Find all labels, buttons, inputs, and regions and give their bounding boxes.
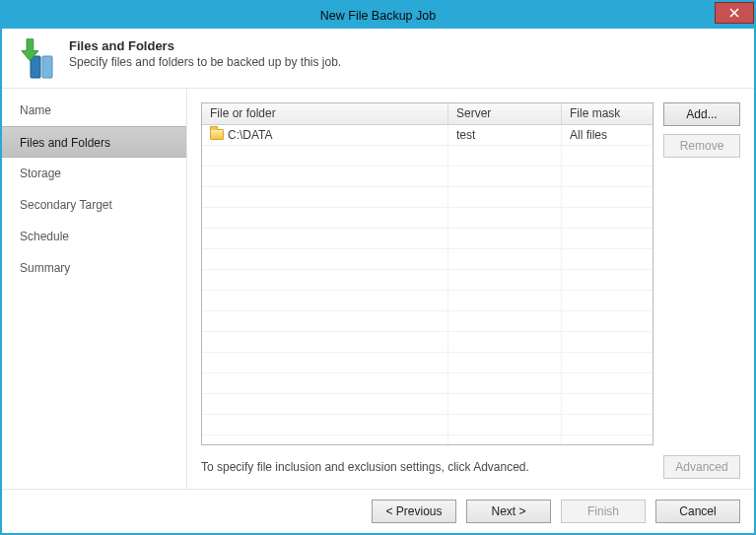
content-pane: File or folder Server File mask C:\DATA …	[187, 89, 754, 489]
close-icon	[729, 8, 739, 18]
empty-row	[202, 208, 653, 229]
empty-row	[202, 187, 653, 208]
col-header-file-or-folder[interactable]: File or folder	[202, 103, 448, 123]
cell-file-or-folder-text: C:\DATA	[228, 128, 273, 142]
previous-button[interactable]: < Previous	[372, 500, 456, 523]
dialog-window: New File Backup Job Files and Folders Sp…	[0, 0, 756, 535]
cancel-button[interactable]: Cancel	[655, 500, 740, 523]
col-header-server[interactable]: Server	[448, 103, 562, 123]
empty-row	[202, 167, 653, 187]
empty-row	[202, 146, 653, 167]
next-button[interactable]: Next >	[466, 500, 551, 523]
empty-row	[202, 435, 653, 445]
table-row[interactable]: C:\DATA test All files	[202, 125, 653, 146]
empty-row	[202, 229, 653, 249]
banner-subtitle: Specify files and folders to be backed u…	[69, 55, 341, 69]
nav-step-name[interactable]: Name	[2, 95, 186, 126]
empty-row	[202, 270, 653, 291]
advanced-button[interactable]: Advanced	[663, 455, 740, 479]
header-banner: Files and Folders Specify files and fold…	[2, 29, 754, 89]
grid-body: C:\DATA test All files	[202, 125, 653, 445]
nav-step-files-and-folders[interactable]: Files and Folders	[2, 126, 186, 158]
nav-step-summary[interactable]: Summary	[2, 252, 186, 284]
nav-step-storage[interactable]: Storage	[2, 158, 186, 189]
hint-text: To specify file inclusion and exclusion …	[201, 460, 529, 474]
grid-header: File or folder Server File mask	[202, 103, 653, 124]
add-button[interactable]: Add...	[663, 102, 740, 126]
close-button[interactable]	[715, 2, 754, 24]
step-big-icon	[16, 38, 57, 80]
cell-file-mask: All files	[562, 125, 653, 145]
empty-row	[202, 394, 653, 415]
remove-button[interactable]: Remove	[663, 134, 740, 158]
col-header-file-mask[interactable]: File mask	[562, 103, 653, 123]
wizard-steps-nav: Name Files and Folders Storage Secondary…	[2, 89, 187, 489]
nav-step-secondary-target[interactable]: Secondary Target	[2, 189, 186, 221]
window-title: New File Backup Job	[320, 9, 436, 23]
empty-row	[202, 415, 653, 435]
empty-row	[202, 249, 653, 270]
cell-file-or-folder: C:\DATA	[202, 125, 448, 145]
nav-step-schedule[interactable]: Schedule	[2, 221, 186, 252]
folder-icon	[210, 129, 224, 140]
svg-rect-1	[42, 56, 52, 78]
files-grid[interactable]: File or folder Server File mask C:\DATA …	[201, 102, 653, 445]
banner-text: Files and Folders Specify files and fold…	[69, 38, 341, 69]
hint-row: To specify file inclusion and exclusion …	[201, 455, 740, 479]
empty-row	[202, 332, 653, 353]
empty-row	[202, 311, 653, 332]
banner-heading: Files and Folders	[69, 38, 341, 53]
table-area: File or folder Server File mask C:\DATA …	[201, 102, 740, 445]
empty-row	[202, 353, 653, 373]
side-buttons: Add... Remove	[663, 102, 740, 445]
empty-row	[202, 373, 653, 394]
body: Name Files and Folders Storage Secondary…	[2, 89, 754, 489]
titlebar: New File Backup Job	[2, 2, 754, 29]
empty-row	[202, 291, 653, 311]
finish-button[interactable]: Finish	[561, 500, 646, 523]
footer: < Previous Next > Finish Cancel	[2, 489, 754, 533]
svg-rect-0	[31, 56, 40, 78]
cell-server: test	[448, 125, 562, 145]
